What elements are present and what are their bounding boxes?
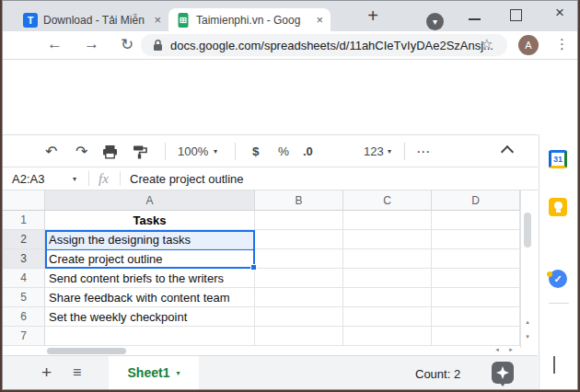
formula-input[interactable]: Create project outline — [130, 167, 244, 190]
back-icon[interactable]: ← — [47, 35, 63, 53]
row-header[interactable]: 4 — [3, 269, 45, 288]
calendar-icon[interactable]: 31 — [549, 150, 567, 168]
sheets-toolbar: ↶ ↷ 100% ▾ $ % .0← .00→ 123 ▾ ⋯ — [3, 134, 538, 167]
number-format-button[interactable]: 123 — [364, 135, 384, 167]
cell-a2[interactable]: Assign the designing tasks — [45, 230, 255, 249]
chevron-up-icon — [501, 144, 514, 157]
row-header[interactable]: 7 — [3, 327, 45, 346]
cell-d5[interactable] — [432, 288, 520, 307]
horizontal-scrollbar[interactable] — [3, 348, 520, 355]
cell-c7[interactable] — [343, 327, 432, 346]
cell-d2[interactable] — [432, 230, 520, 249]
hide-side-panel-button[interactable] — [553, 358, 555, 375]
chevron-down-icon[interactable]: ▾ — [73, 167, 76, 190]
sheets-favicon-icon — [176, 13, 191, 28]
cell-b1[interactable] — [255, 211, 343, 230]
cell-c4[interactable] — [343, 269, 432, 288]
cell-b6[interactable] — [255, 307, 343, 327]
cell-c1[interactable] — [343, 211, 432, 230]
scroll-down-icon[interactable]: ▾ — [521, 330, 534, 343]
cell-b4[interactable] — [255, 269, 343, 288]
chevron-down-icon[interactable]: ▾ — [388, 135, 391, 167]
selection-count-label[interactable]: Count: 2 — [415, 367, 460, 381]
decrease-decimal-button[interactable]: .0← — [303, 135, 578, 167]
scroll-left-icon[interactable]: ◂ — [491, 343, 504, 356]
column-header-d[interactable]: D — [432, 190, 520, 211]
cell-c5[interactable] — [343, 288, 432, 307]
undo-icon[interactable]: ↶ — [45, 135, 57, 167]
chevron-down-icon[interactable]: ▾ — [176, 369, 180, 377]
table-row: 3 Create project outline — [3, 249, 534, 269]
browser-tab-sheets[interactable]: Taimienphi.vn - Goog × — [168, 8, 331, 31]
cell-a3[interactable]: Create project outline — [45, 249, 255, 269]
more-toolbar-icon[interactable]: ⋯ — [416, 135, 430, 167]
redo-icon[interactable]: ↷ — [75, 135, 87, 167]
toolbar-divider — [235, 143, 236, 160]
paint-format-icon[interactable] — [133, 135, 147, 167]
column-header-row: A B C D — [3, 190, 534, 211]
close-tab-icon[interactable]: × — [154, 13, 161, 27]
cell-c6[interactable] — [343, 307, 432, 327]
add-sheet-button[interactable]: + — [41, 363, 52, 383]
cell-c3[interactable] — [343, 249, 432, 269]
column-header-a[interactable]: A — [45, 190, 255, 211]
row-header[interactable]: 5 — [3, 288, 45, 307]
all-sheets-menu-icon[interactable]: ≡ — [73, 364, 81, 381]
cell-d3[interactable] — [432, 249, 520, 269]
scroll-up-icon[interactable]: ▴ — [521, 316, 534, 329]
cell-b2[interactable] — [255, 230, 343, 249]
cell-d1[interactable] — [432, 211, 520, 230]
cell-b7[interactable] — [255, 327, 343, 346]
download-status-icon[interactable]: ▾ — [426, 13, 444, 30]
cell-b5[interactable] — [255, 288, 343, 307]
table-row: 4 Send content briefs to the writers — [3, 269, 534, 288]
name-box[interactable]: A2:A3 — [12, 167, 44, 190]
minimize-button[interactable] — [469, 18, 481, 20]
tasks-icon[interactable]: ✓ — [549, 270, 567, 288]
format-currency-button[interactable]: $ — [252, 135, 260, 167]
row-header[interactable]: 3 — [3, 249, 45, 269]
address-bar[interactable]: docs.google.com/spreadsheets/d/11ahCIeTv… — [141, 34, 507, 56]
reload-icon[interactable]: ↻ — [121, 35, 133, 54]
row-header[interactable]: 2 — [3, 230, 45, 249]
browser-avatar[interactable]: A — [518, 35, 539, 55]
zoom-select[interactable]: 100% — [178, 135, 208, 167]
row-header[interactable]: 6 — [3, 307, 45, 327]
chevron-down-icon[interactable]: ▾ — [214, 135, 217, 167]
explore-button[interactable] — [492, 362, 514, 384]
forward-icon[interactable]: → — [84, 35, 99, 53]
maximize-button[interactable] — [510, 9, 522, 21]
cell-d4[interactable] — [432, 269, 520, 288]
close-tab-icon[interactable]: × — [316, 13, 323, 27]
vertical-scrollbar-thumb[interactable] — [524, 213, 531, 248]
cell-c2[interactable] — [343, 230, 432, 249]
scroll-right-icon[interactable]: ▸ — [505, 343, 517, 356]
cell-b3[interactable] — [255, 249, 343, 269]
column-header-b[interactable]: B — [255, 190, 343, 211]
cell-a6[interactable]: Set the weekly checkpoint — [45, 307, 255, 327]
browser-menu-icon[interactable]: ⋮ — [555, 36, 569, 52]
cell-a7[interactable] — [45, 327, 255, 346]
cell-d6[interactable] — [432, 307, 520, 327]
browser-tab-download[interactable]: T Download - Tải Miễn × — [16, 8, 168, 31]
row-header[interactable]: 1 — [3, 211, 45, 230]
select-all-corner[interactable] — [3, 190, 45, 211]
sheets-header: Taimienphi.vn ☆ Saved File Edit View Ins… — [3, 60, 577, 134]
format-percent-button[interactable]: % — [278, 135, 289, 167]
vertical-scrollbar[interactable]: ▴ ▾ — [520, 190, 534, 348]
fill-handle[interactable] — [250, 264, 257, 271]
sheet-tab-sheet1[interactable]: Sheet1 ▾ — [109, 356, 199, 389]
keep-icon[interactable] — [549, 198, 567, 216]
collapse-toolbar-icon[interactable] — [503, 135, 512, 167]
fx-icon: fx — [99, 167, 109, 190]
close-window-button[interactable]: × — [551, 4, 569, 22]
cell-a1[interactable]: Tasks — [45, 211, 255, 230]
print-icon[interactable] — [102, 135, 118, 167]
new-tab-button[interactable]: + — [362, 5, 384, 27]
column-header-c[interactable]: C — [343, 190, 432, 211]
cell-a5[interactable]: Share feedback with content team — [45, 288, 255, 307]
tab-title: Download - Tải Miễn — [43, 14, 148, 27]
bookmark-star-icon[interactable]: ☆ — [481, 36, 493, 52]
cell-a4[interactable]: Send content briefs to the writers — [45, 269, 255, 288]
horizontal-scrollbar-thumb[interactable] — [47, 348, 126, 354]
